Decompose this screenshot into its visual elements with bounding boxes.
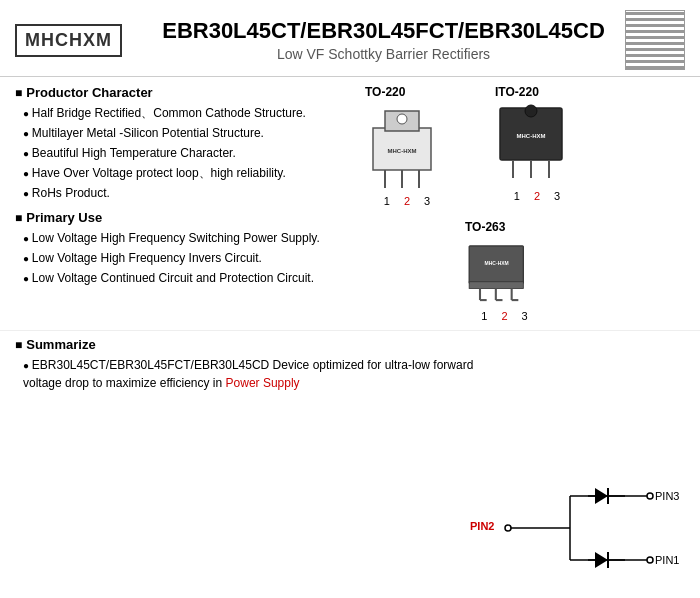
pin2: 2 xyxy=(404,195,410,207)
list-item: Have Over Voltage protect loop、high reli… xyxy=(23,164,355,182)
svg-text:MHC-HXM: MHC-HXM xyxy=(485,260,509,266)
to220-package: TO-220 MHC-HXM 1 2 xyxy=(365,85,445,207)
package-row-top: TO-220 MHC-HXM 1 2 xyxy=(365,85,575,207)
list-item: Low Voltage Continued Circuit and Protec… xyxy=(23,269,355,287)
pin1: 1 xyxy=(384,195,390,207)
pin1: 1 xyxy=(481,310,487,322)
primary-section: Primary Use Low Voltage High Frequency S… xyxy=(15,210,355,287)
list-item: Low Voltage High Frequency Invers Circui… xyxy=(23,249,355,267)
svg-text:MHC-HXM: MHC-HXM xyxy=(517,133,546,139)
to263-package: TO-263 MHC-HXM 1 2 3 xyxy=(465,220,540,322)
summarize-text1: EBR30L45CT/EBR30L45FCT/EBR30L45CD Device… xyxy=(32,358,474,372)
productor-title: Productor Character xyxy=(15,85,355,100)
list-item: Multilayer Metal -Silicon Potential Stru… xyxy=(23,124,355,142)
svg-point-2 xyxy=(397,114,407,124)
svg-text:MHC-HXM: MHC-HXM xyxy=(388,148,417,154)
summarize-section: Summarize EBR30L45CT/EBR30L45FCT/EBR30L4… xyxy=(0,330,700,406)
ito220-diagram: MHC-HXM xyxy=(495,103,575,188)
header-center: EBR30L45CT/EBR30L45FCT/EBR30L45CD Low VF… xyxy=(142,18,625,62)
main-content: Productor Character Half Bridge Rectifie… xyxy=(0,77,700,330)
circuit-diagram: PIN2 PIN3 PIN1 xyxy=(440,468,680,588)
productor-section: Productor Character Half Bridge Rectifie… xyxy=(15,85,355,202)
list-item: Low Voltage High Frequency Switching Pow… xyxy=(23,229,355,247)
summarize-text2: voltage drop to maximize efficiency in xyxy=(23,376,226,390)
svg-point-9 xyxy=(525,105,537,117)
circuit-svg: PIN2 PIN3 PIN1 xyxy=(440,468,680,588)
pin3: 3 xyxy=(522,310,528,322)
header-title: EBR30L45CT/EBR30L45FCT/EBR30L45CD xyxy=(142,18,625,44)
svg-rect-14 xyxy=(469,282,523,289)
pin3: 3 xyxy=(554,190,560,202)
list-item: Half Bridge Rectified、Common Cathode Str… xyxy=(23,104,355,122)
summarize-item: EBR30L45CT/EBR30L45FCT/EBR30L45CD Device… xyxy=(23,356,685,392)
svg-marker-28 xyxy=(595,488,608,504)
pin1-label: PIN1 xyxy=(655,554,679,566)
list-item: RoHs Product. xyxy=(23,184,355,202)
to220-diagram: MHC-HXM xyxy=(365,103,445,193)
summarize-title: Summarize xyxy=(15,337,685,352)
list-item: Beautiful High Temperature Character. xyxy=(23,144,355,162)
ito220-pins: 1 2 3 xyxy=(510,190,560,202)
ito220-package: ITO-220 MHC-HXM 1 2 3 xyxy=(495,85,575,202)
primary-list: Low Voltage High Frequency Switching Pow… xyxy=(15,229,355,287)
logo: MHCHXM xyxy=(15,24,122,57)
to263-label: TO-263 xyxy=(465,220,505,234)
svg-point-39 xyxy=(647,557,653,563)
pin1: 1 xyxy=(514,190,520,202)
svg-point-37 xyxy=(647,493,653,499)
to263-pins: 1 2 3 xyxy=(477,310,527,322)
productor-list: Half Bridge Rectified、Common Cathode Str… xyxy=(15,104,355,202)
pin2: 2 xyxy=(534,190,540,202)
primary-title: Primary Use xyxy=(15,210,355,225)
summarize-highlight: Power Supply xyxy=(226,376,300,390)
qr-code xyxy=(625,10,685,70)
to263-diagram: MHC-HXM xyxy=(465,238,540,308)
pin2-label: PIN2 xyxy=(470,520,494,532)
ito220-label: ITO-220 xyxy=(495,85,539,99)
pin2: 2 xyxy=(501,310,507,322)
header-subtitle: Low VF Schottky Barrier Rectifiers xyxy=(142,46,625,62)
pin3: 3 xyxy=(424,195,430,207)
svg-point-23 xyxy=(505,525,511,531)
svg-marker-32 xyxy=(595,552,608,568)
to220-label: TO-220 xyxy=(365,85,405,99)
left-column: Productor Character Half Bridge Rectifie… xyxy=(15,85,355,322)
to220-pins: 1 2 3 xyxy=(380,195,430,207)
header: MHCHXM EBR30L45CT/EBR30L45FCT/EBR30L45CD… xyxy=(0,0,700,77)
summarize-list: EBR30L45CT/EBR30L45FCT/EBR30L45CD Device… xyxy=(15,356,685,392)
right-column: TO-220 MHC-HXM 1 2 xyxy=(365,85,685,322)
pin3-label: PIN3 xyxy=(655,490,679,502)
